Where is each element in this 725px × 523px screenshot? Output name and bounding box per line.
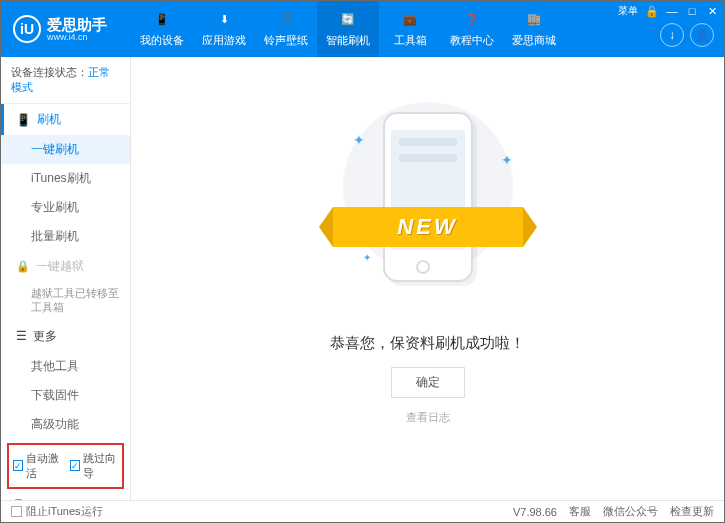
nav-item-help[interactable]: ❓教程中心 [441, 1, 503, 57]
sidebar: 设备连接状态：正常模式 📱 刷机 一键刷机iTunes刷机专业刷机批量刷机 🔒 … [1, 57, 131, 500]
checkbox-icon [11, 506, 22, 517]
sidebar-item[interactable]: 专业刷机 [1, 193, 130, 222]
logo-icon: iU [13, 15, 41, 43]
brand-area: iU 爱思助手 www.i4.cn [1, 15, 131, 43]
nav-label: 应用游戏 [202, 33, 246, 48]
success-illustration: ✦ ✦ ✦ NEW [353, 112, 503, 312]
minimize-icon[interactable]: — [666, 5, 678, 17]
skip-wizard-checkbox[interactable]: ✓ 跳过向导 [70, 451, 119, 481]
sidebar-item[interactable]: 批量刷机 [1, 222, 130, 251]
download-icon[interactable]: ↓ [660, 23, 684, 47]
checkbox-icon: ✓ [70, 460, 80, 471]
sparkle-icon: ✦ [363, 252, 371, 263]
list-icon: ☰ [16, 329, 27, 343]
sidebar-header-label: 更多 [33, 328, 57, 345]
help-icon: ❓ [463, 11, 481, 29]
brand-name: 爱思助手 [47, 17, 107, 32]
jailbreak-note: 越狱工具已转移至工具箱 [1, 282, 130, 321]
sidebar-item[interactable]: 其他工具 [1, 352, 130, 381]
update-link[interactable]: 检查更新 [670, 504, 714, 519]
block-itunes-checkbox[interactable]: 阻止iTunes运行 [11, 504, 103, 519]
nav-item-media[interactable]: 🎵铃声壁纸 [255, 1, 317, 57]
new-ribbon: NEW [333, 207, 523, 247]
phone-icon: 📱 [11, 499, 26, 500]
nav-item-refresh[interactable]: 🔄智能刷机 [317, 1, 379, 57]
media-icon: 🎵 [277, 11, 295, 29]
nav-label: 智能刷机 [326, 33, 370, 48]
sidebar-header-more[interactable]: ☰ 更多 [1, 321, 130, 352]
sidebar-header-label: 刷机 [37, 111, 61, 128]
nav-label: 教程中心 [450, 33, 494, 48]
highlighted-options: ✓ 自动激活 ✓ 跳过向导 [7, 443, 124, 489]
checkbox-icon: ✓ [13, 460, 23, 471]
connection-status: 设备连接状态：正常模式 [1, 57, 130, 104]
nav-item-toolbox[interactable]: 💼工具箱 [379, 1, 441, 57]
sidebar-item[interactable]: 高级功能 [1, 410, 130, 439]
brand-url: www.i4.cn [47, 32, 107, 42]
user-icon[interactable]: 👤 [690, 23, 714, 47]
nav-label: 我的设备 [140, 33, 184, 48]
checkbox-label: 跳过向导 [83, 451, 119, 481]
ribbon-text: NEW [397, 214, 457, 240]
sparkle-icon: ✦ [353, 132, 365, 148]
close-icon[interactable]: ✕ [706, 5, 718, 17]
nav-item-store[interactable]: 🏬爱思商城 [503, 1, 565, 57]
toolbox-icon: 💼 [401, 11, 419, 29]
sidebar-item[interactable]: 一键刷机 [1, 135, 130, 164]
phone-icon: 📱 [16, 113, 31, 127]
store-icon: 🏬 [525, 11, 543, 29]
status-label: 设备连接状态： [11, 66, 88, 78]
confirm-button[interactable]: 确定 [391, 367, 465, 398]
window-controls: 菜单 🔒 — □ ✕ [618, 5, 718, 17]
phone-icon: 📱 [153, 11, 171, 29]
device-name-label: iPhone 12 mini [30, 499, 109, 500]
nav-label: 爱思商城 [512, 33, 556, 48]
app-header: iU 爱思助手 www.i4.cn 📱我的设备⬇应用游戏🎵铃声壁纸🔄智能刷机💼工… [1, 1, 724, 57]
sidebar-header-label: 一键越狱 [36, 258, 84, 275]
version-label: V7.98.66 [513, 506, 557, 518]
maximize-icon[interactable]: □ [686, 5, 698, 17]
wechat-link[interactable]: 微信公众号 [603, 504, 658, 519]
lock-icon: 🔒 [16, 260, 30, 273]
nav-label: 铃声壁纸 [264, 33, 308, 48]
sidebar-header-jailbreak[interactable]: 🔒 一键越狱 [1, 251, 130, 282]
sidebar-item[interactable]: iTunes刷机 [1, 164, 130, 193]
checkbox-label: 阻止iTunes运行 [26, 504, 103, 519]
apps-icon: ⬇ [215, 11, 233, 29]
status-bar: 阻止iTunes运行 V7.98.66 客服 微信公众号 检查更新 [1, 500, 724, 522]
device-info[interactable]: 📱 iPhone 12 mini 64GB Down-12mini-13,1 [1, 493, 130, 500]
nav-item-phone[interactable]: 📱我的设备 [131, 1, 193, 57]
content-area: ✦ ✦ ✦ NEW 恭喜您，保资料刷机成功啦！ 确定 查看日志 [131, 57, 724, 500]
nav-item-apps[interactable]: ⬇应用游戏 [193, 1, 255, 57]
lock-icon[interactable]: 🔒 [646, 5, 658, 17]
checkbox-label: 自动激活 [26, 451, 62, 481]
support-link[interactable]: 客服 [569, 504, 591, 519]
sidebar-item[interactable]: 下载固件 [1, 381, 130, 410]
success-message: 恭喜您，保资料刷机成功啦！ [330, 334, 525, 353]
auto-activate-checkbox[interactable]: ✓ 自动激活 [13, 451, 62, 481]
main-nav: 📱我的设备⬇应用游戏🎵铃声壁纸🔄智能刷机💼工具箱❓教程中心🏬爱思商城 [131, 1, 565, 57]
nav-label: 工具箱 [394, 33, 427, 48]
view-log-link[interactable]: 查看日志 [406, 410, 450, 425]
menu-icon[interactable]: 菜单 [618, 5, 638, 17]
sparkle-icon: ✦ [501, 152, 513, 168]
sidebar-header-flash[interactable]: 📱 刷机 [1, 104, 130, 135]
refresh-icon: 🔄 [339, 11, 357, 29]
